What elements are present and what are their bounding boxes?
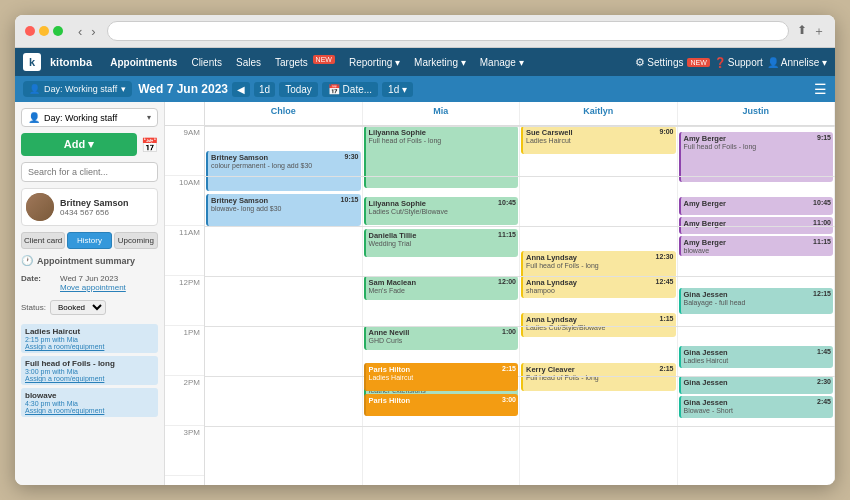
assign-link-2[interactable]: Assign a room/equipment xyxy=(25,375,154,382)
staff-selector-nav[interactable]: 👤 Day: Working staff ▾ xyxy=(23,81,132,97)
staff-selector-sidebar[interactable]: 👤 Day: Working staff ▾ xyxy=(21,108,158,127)
appt-mia-paris2[interactable]: Paris Hilton 3:00 xyxy=(364,394,519,416)
service-time-3[interactable]: 4:30 pm with Mia xyxy=(25,400,154,407)
appt-chloe-1[interactable]: Britney Samson 9:30 colour permanent - l… xyxy=(206,151,361,191)
staff-columns: Britney Samson 9:30 colour permanent - l… xyxy=(205,126,835,485)
appt-justin-6[interactable]: Gina Jessen 1:45 Ladies Haircut xyxy=(679,346,834,368)
appt-mia-5[interactable]: Anne Nevill 1:00 GHD Curls xyxy=(364,326,519,350)
status-label: Status: xyxy=(21,303,46,312)
service-item-1: Ladies Haircut 2:15 pm with Mia Assign a… xyxy=(21,324,158,353)
nav-sales[interactable]: Sales xyxy=(231,57,266,68)
today-button[interactable]: Today xyxy=(279,82,318,97)
appt-kaitlyn-2[interactable]: Anna Lyndsay 12:30 Full head of Foils - … xyxy=(521,251,676,279)
share-icon[interactable]: ⬆ xyxy=(797,23,807,40)
forward-button[interactable]: › xyxy=(88,23,98,40)
browser-actions: ⬆ ＋ xyxy=(797,23,825,40)
date-display: Wed 7 Jun 2023 xyxy=(138,82,228,96)
support-label: Support xyxy=(728,57,763,68)
appt-justin-3[interactable]: Amy Berger 11:00 xyxy=(679,217,834,234)
appt-justin-7[interactable]: Gina Jessen 2:30 xyxy=(679,376,834,394)
client-info: Britney Samson 0434 567 656 xyxy=(60,198,153,217)
staff-selector-label: Day: Working staff xyxy=(44,84,117,94)
view-options-button[interactable]: 1d ▾ xyxy=(382,82,413,97)
tab-upcoming[interactable]: Upcoming xyxy=(114,232,158,249)
appt-mia-3[interactable]: Daniella Tillie 11:15 Wedding Trial xyxy=(364,229,519,257)
status-select[interactable]: Booked xyxy=(50,300,106,315)
search-input[interactable] xyxy=(21,162,158,182)
appointment-summary-title: Appointment summary xyxy=(37,256,135,266)
settings-nav-item[interactable]: ⚙ Settings NEW xyxy=(635,56,709,69)
add-row: Add ▾ 📅 xyxy=(21,133,158,156)
nav-reporting[interactable]: Reporting ▾ xyxy=(344,57,405,68)
appt-kaitlyn-3[interactable]: Anna Lyndsay 12:45 shampoo xyxy=(521,276,676,298)
service-item-2: Full head of Foils - long 3:00 pm with M… xyxy=(21,356,158,385)
time-11am: 11AM xyxy=(165,226,204,276)
client-phone: 0434 567 656 xyxy=(60,208,153,217)
appt-kaitlyn-4[interactable]: Anna Lyndsay 1:15 Ladies Cut/Style/Blowa… xyxy=(521,313,676,337)
staff-header-justin[interactable]: Justin xyxy=(678,102,836,125)
avatar xyxy=(26,193,54,221)
nav-manage[interactable]: Manage ▾ xyxy=(475,57,529,68)
service-time-2[interactable]: 3:00 pm with Mia xyxy=(25,368,154,375)
targets-badge: NEW xyxy=(313,55,335,64)
minimize-button[interactable] xyxy=(39,26,49,36)
calendar-icon-button[interactable]: 📅 xyxy=(141,137,158,153)
appt-justin-8[interactable]: Gina Jessen 2:45 Blowave - Short xyxy=(679,396,834,418)
kaitlyn-column: Sue Carswell 9:00 Ladies Haircut Anna Ly… xyxy=(520,126,678,485)
assign-link-1[interactable]: Assign a room/equipment xyxy=(25,343,154,350)
tab-history[interactable]: History xyxy=(67,232,111,249)
assign-link-3[interactable]: Assign a room/equipment xyxy=(25,407,154,414)
tab-client-card[interactable]: Client card xyxy=(21,232,65,249)
client-card-widget: Britney Samson 0434 567 656 xyxy=(21,188,158,226)
nav-clients[interactable]: Clients xyxy=(186,57,227,68)
staff-header-mia[interactable]: Mia xyxy=(363,102,521,125)
time-1pm: 1PM xyxy=(165,326,204,376)
maximize-button[interactable] xyxy=(53,26,63,36)
clock-icon: 🕐 xyxy=(21,255,33,266)
time-column: 9AM 10AM 11AM 12PM 1PM 2PM 3PM xyxy=(165,126,205,485)
time-gutter-header xyxy=(165,102,205,125)
back-button[interactable]: ‹ xyxy=(75,23,85,40)
time-12pm: 12PM xyxy=(165,276,204,326)
view-1d-button[interactable]: 1d xyxy=(254,82,275,97)
appt-kaitlyn-5[interactable]: Kerry Cleaver 2:15 Full head of Foils - … xyxy=(521,363,676,391)
move-appointment-link[interactable]: Move appointment xyxy=(60,283,126,292)
staff-header-chloe[interactable]: Chloe xyxy=(205,102,363,125)
appt-justin-4[interactable]: Amy Berger 11:15 blowave xyxy=(679,236,834,256)
top-nav: k kitomba Appointments Clients Sales Tar… xyxy=(15,48,835,76)
close-button[interactable] xyxy=(25,26,35,36)
service-time-1[interactable]: 2:15 pm with Mia xyxy=(25,336,154,343)
appt-kaitlyn-1[interactable]: Sue Carswell 9:00 Ladies Haircut xyxy=(521,126,676,154)
appt-mia-2[interactable]: Lilyanna Sophie 10:45 Ladies Cut/Style/B… xyxy=(364,197,519,225)
appointment-date-row: Date: Wed 7 Jun 2023 Move appointment xyxy=(21,274,158,292)
appt-mia-4[interactable]: Sam Maclean 12:00 Men's Fade xyxy=(364,276,519,300)
client-tabs: Client card History Upcoming xyxy=(21,232,158,249)
appt-justin-5[interactable]: Gina Jessen 12:15 Balayage - full head xyxy=(679,288,834,314)
staff-header-kaitlyn[interactable]: Kaitlyn xyxy=(520,102,678,125)
filter-button[interactable]: ☰ xyxy=(814,81,827,97)
appt-chloe-2[interactable]: Britney Samson 10:15 blowave- long add $… xyxy=(206,194,361,226)
appointment-summary-header: 🕐 Appointment summary xyxy=(21,255,158,266)
second-nav: 👤 Day: Working staff ▾ Wed 7 Jun 2023 ◀ … xyxy=(15,76,835,102)
add-tab-icon[interactable]: ＋ xyxy=(813,23,825,40)
nav-marketing[interactable]: Marketing ▾ xyxy=(409,57,471,68)
appt-justin-1[interactable]: Amy Berger 9:15 Full head of Foils - lon… xyxy=(679,132,834,182)
appt-mia-paris1[interactable]: Paris Hilton 2:15 Ladies Haircut xyxy=(364,363,519,391)
sidebar: 👤 Day: Working staff ▾ Add ▾ 📅 Britney S… xyxy=(15,102,165,485)
date-picker-button[interactable]: 📅 Date... xyxy=(322,82,378,97)
appointment-date: Wed 7 Jun 2023 xyxy=(60,274,126,283)
service-name-3: blowave xyxy=(25,391,154,400)
appt-justin-2[interactable]: Amy Berger 10:45 xyxy=(679,197,834,215)
prev-day-button[interactable]: ◀ xyxy=(232,82,250,97)
date-nav: Wed 7 Jun 2023 ◀ 1d Today 📅 Date... 1d ▾ xyxy=(138,82,413,97)
nav-targets[interactable]: Targets NEW xyxy=(270,56,340,68)
add-button[interactable]: Add ▾ xyxy=(21,133,137,156)
calendar-area: Chloe Mia Kaitlyn Justin 9AM 10AM 11AM 1… xyxy=(165,102,835,485)
user-nav-item[interactable]: 👤 Annelise ▾ xyxy=(767,57,827,68)
nav-appointments[interactable]: Appointments xyxy=(105,57,182,68)
support-nav-item[interactable]: ❓ Support xyxy=(714,57,763,68)
traffic-lights xyxy=(25,26,63,36)
chevron-icon: ▾ xyxy=(147,113,151,122)
appt-mia-1[interactable]: Lilyanna Sophie Full head of Foils - lon… xyxy=(364,126,519,188)
address-bar[interactable] xyxy=(107,21,789,41)
